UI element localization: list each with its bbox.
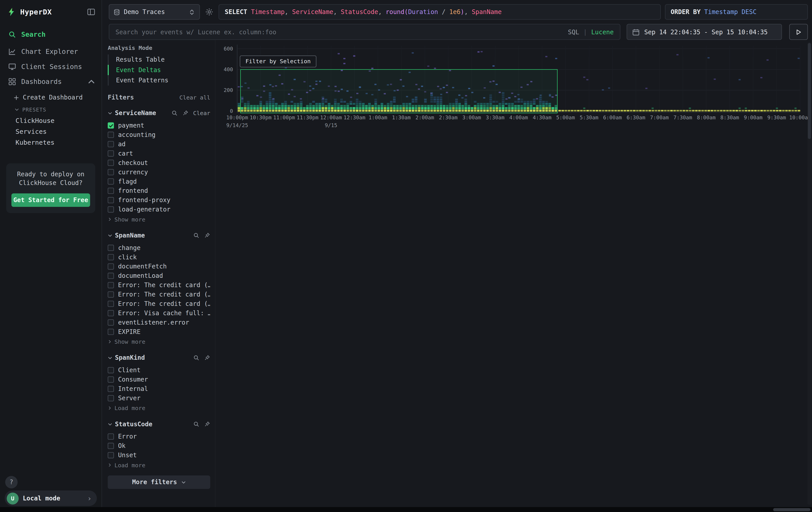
sidebar-item-services[interactable]: Services — [0, 126, 102, 137]
filter-option-checkout[interactable]: checkout — [108, 158, 210, 167]
run-query-button[interactable] — [789, 24, 808, 40]
checkbox[interactable] — [108, 319, 114, 326]
sidebar-item-clickhouse[interactable]: ClickHouse — [0, 115, 102, 126]
filter-option-expire[interactable]: EXPIRE — [108, 327, 210, 336]
checkbox[interactable] — [108, 291, 114, 298]
source-select[interactable]: Demo Traces — [109, 4, 200, 20]
filter-option-error-visa-cache-full-[interactable]: Error: Visa cache full: … — [108, 308, 210, 318]
load-more-button[interactable]: Load more — [108, 461, 210, 469]
sql-select-input[interactable]: SELECT Timestamp, ServiceName, StatusCod… — [219, 4, 661, 20]
time-range-picker[interactable]: Sep 14 22:04:35 - Sep 15 10:04:35 — [627, 24, 782, 40]
checkbox[interactable] — [108, 169, 114, 175]
vertical-scrollbar-thumb[interactable] — [808, 43, 811, 139]
filter-option-client[interactable]: Client — [108, 366, 210, 375]
filter-option-consumer[interactable]: Consumer — [108, 375, 210, 384]
filter-option-documentfetch[interactable]: documentFetch — [108, 262, 210, 271]
filter-option-accounting[interactable]: accounting — [108, 130, 210, 140]
analysis-mode-event-patterns[interactable]: Event Patterns — [108, 75, 210, 86]
horizontal-scrollbar-thumb[interactable] — [773, 508, 810, 511]
checkbox[interactable] — [108, 206, 114, 213]
filter-option-currency[interactable]: currency — [108, 167, 210, 177]
facet-search-icon[interactable] — [193, 232, 199, 238]
filter-option-documentload[interactable]: documentLoad — [108, 271, 210, 280]
filter-option-flagd[interactable]: flagd — [108, 177, 210, 186]
horizontal-scrollbar[interactable] — [0, 507, 812, 512]
checkbox[interactable] — [108, 150, 114, 157]
presets-toggle[interactable]: PRESETS — [0, 104, 102, 115]
checkbox[interactable] — [108, 273, 114, 279]
sql-mode-toggle[interactable]: SQL — [568, 28, 579, 36]
filter-group-header[interactable]: ServiceNameClear — [108, 108, 210, 118]
show-more-button[interactable]: Show more — [108, 338, 210, 346]
duration-heatmap[interactable]: 020040060010:00pm10:30pm11:00pm11:30pm12… — [215, 40, 812, 134]
filter-option-server[interactable]: Server — [108, 394, 210, 403]
checkbox[interactable] — [108, 132, 114, 138]
checkbox[interactable] — [108, 160, 114, 166]
checkbox[interactable] — [108, 367, 114, 373]
filter-option-eventlistener-error[interactable]: eventListener.error — [108, 318, 210, 327]
filter-option-change[interactable]: change — [108, 243, 210, 252]
sidebar-item-client-sessions[interactable]: Client Sessions — [0, 59, 102, 74]
facet-pin-icon[interactable] — [204, 232, 210, 238]
checkbox[interactable] — [108, 263, 114, 270]
filter-option-error-the-credit-card-[interactable]: Error: The credit card (… — [108, 290, 210, 299]
analysis-mode-event-deltas[interactable]: Event Deltas — [108, 65, 210, 75]
filter-option-frontend-proxy[interactable]: frontend-proxy — [108, 195, 210, 205]
filter-option-ad[interactable]: ad — [108, 140, 210, 149]
checkbox[interactable] — [108, 197, 114, 203]
sidebar-item-search[interactable]: Search — [0, 27, 102, 42]
help-button[interactable]: ? — [5, 476, 18, 488]
order-by-input[interactable]: ORDER BY Timestamp DESC — [665, 4, 808, 20]
checkbox[interactable] — [108, 395, 114, 401]
filter-option-click[interactable]: click — [108, 252, 210, 262]
checkbox-checked[interactable] — [108, 123, 114, 129]
sidebar-item-kubernetes[interactable]: Kubernetes — [0, 137, 102, 148]
vertical-scrollbar[interactable] — [807, 42, 812, 505]
sidebar-item-dashboards[interactable]: Dashboards — [0, 74, 102, 89]
search-input[interactable]: Search your events w/ Lucene ex. column:… — [109, 24, 620, 40]
filter-option-unset[interactable]: Unset — [108, 451, 210, 460]
facet-pin-icon[interactable] — [182, 110, 188, 116]
checkbox[interactable] — [108, 443, 114, 449]
facet-pin-icon[interactable] — [204, 355, 210, 361]
filter-option-internal[interactable]: Internal — [108, 384, 210, 394]
filter-group-header[interactable]: SpanName — [108, 231, 210, 240]
get-started-button[interactable]: Get Started for Free — [11, 193, 90, 207]
checkbox[interactable] — [108, 329, 114, 335]
checkbox[interactable] — [108, 433, 114, 440]
filter-option-payment[interactable]: payment — [108, 121, 210, 130]
analysis-mode-results-table[interactable]: Results Table — [108, 55, 210, 65]
facet-search-icon[interactable] — [193, 421, 199, 427]
filter-option-error[interactable]: Error — [108, 432, 210, 441]
checkbox[interactable] — [108, 301, 114, 307]
hyperdx-logo[interactable]: HyperDX — [7, 7, 52, 17]
checkbox[interactable] — [108, 188, 114, 194]
sidebar-item-chart-explorer[interactable]: Chart Explorer — [0, 44, 102, 59]
filter-option-error-the-credit-card-[interactable]: Error: The credit card (… — [108, 299, 210, 308]
more-filters-button[interactable]: More filters — [108, 476, 210, 489]
lucene-mode-toggle[interactable]: Lucene — [591, 28, 614, 36]
filter-option-frontend[interactable]: frontend — [108, 186, 210, 195]
checkbox[interactable] — [108, 310, 114, 316]
filter-option-cart[interactable]: cart — [108, 149, 210, 158]
checkbox[interactable] — [108, 452, 114, 458]
clear-all-button[interactable]: Clear all — [179, 94, 210, 101]
create-dashboard-button[interactable]: Create Dashboard — [0, 91, 102, 104]
filter-by-selection-button[interactable]: Filter by Selection — [240, 55, 316, 68]
gear-icon[interactable] — [205, 8, 213, 16]
filter-option-ok[interactable]: Ok — [108, 441, 210, 451]
filter-option-error-the-credit-card-[interactable]: Error: The credit card (… — [108, 280, 210, 290]
chart-selection[interactable] — [240, 70, 557, 113]
checkbox[interactable] — [108, 141, 114, 147]
checkbox[interactable] — [108, 245, 114, 251]
facet-search-icon[interactable] — [171, 110, 178, 116]
facet-pin-icon[interactable] — [204, 421, 210, 427]
duration-heatmap-chart[interactable]: 020040060010:00pm10:30pm11:00pm11:30pm12… — [215, 40, 812, 132]
filter-group-header[interactable]: StatusCode — [108, 420, 210, 429]
show-more-button[interactable]: Show more — [108, 215, 210, 223]
filter-group-header[interactable]: SpanKind — [108, 353, 210, 362]
checkbox[interactable] — [108, 376, 114, 383]
checkbox[interactable] — [108, 178, 114, 185]
load-more-button[interactable]: Load more — [108, 404, 210, 412]
facet-clear-button[interactable]: Clear — [193, 110, 210, 116]
